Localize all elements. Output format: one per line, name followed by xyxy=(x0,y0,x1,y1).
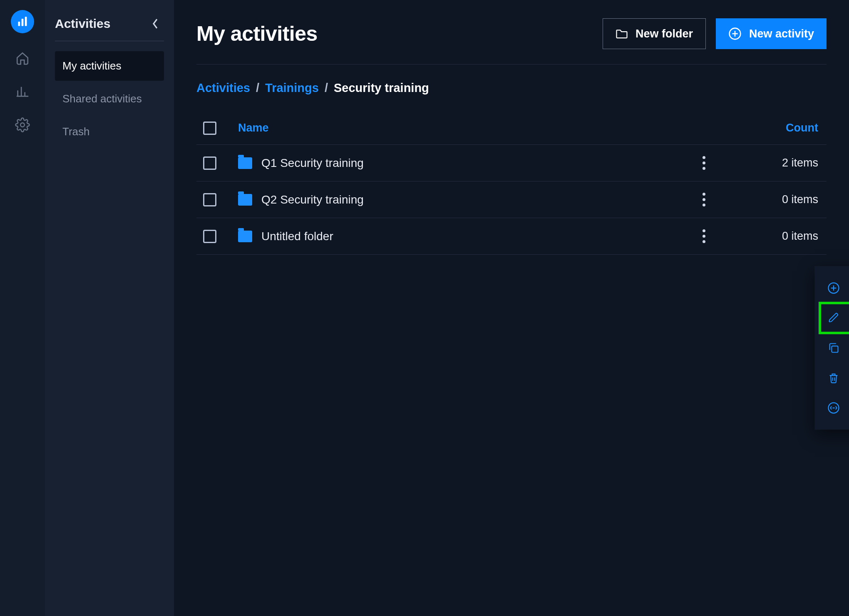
breadcrumb-separator: / xyxy=(325,81,328,95)
column-header-name[interactable]: Name xyxy=(238,122,685,134)
svg-rect-0 xyxy=(18,22,20,26)
table-row[interactable]: Untitled folder 0 items xyxy=(196,218,827,255)
sidebar: Activities My activities Shared activiti… xyxy=(45,0,174,616)
svg-point-3 xyxy=(20,123,25,127)
table-row[interactable]: Q2 Security training 0 items xyxy=(196,181,827,218)
sidebar-item-trash[interactable]: Trash xyxy=(55,117,164,147)
folder-icon xyxy=(238,231,252,242)
sidebar-title: Activities xyxy=(55,17,110,31)
new-folder-button[interactable]: New folder xyxy=(603,18,706,49)
sidebar-header: Activities xyxy=(55,17,164,41)
nav-home[interactable] xyxy=(14,50,31,67)
table-header: Name Count xyxy=(196,112,827,145)
menu-item-convert-to-survey[interactable]: Convert to survey xyxy=(820,393,849,423)
folder-icon xyxy=(238,157,252,169)
row-actions-menu-button[interactable] xyxy=(685,155,722,171)
button-label: New folder xyxy=(636,27,693,40)
folder-name: Q1 Security training xyxy=(261,156,364,170)
row-name-cell[interactable]: Untitled folder xyxy=(238,230,685,243)
sidebar-item-my-activities[interactable]: My activities xyxy=(55,51,164,81)
row-count: 0 items xyxy=(722,230,822,243)
collapse-sidebar-button[interactable] xyxy=(152,19,164,29)
menu-item-delete[interactable]: Delete xyxy=(820,363,849,393)
context-menu: Add activity Rename Duplicate Delete Con… xyxy=(815,266,849,430)
folder-icon xyxy=(616,28,628,39)
bar-chart-icon xyxy=(17,16,28,27)
svg-rect-1 xyxy=(22,19,24,26)
row-checkbox[interactable] xyxy=(203,230,216,243)
sidebar-nav: My activities Shared activities Trash xyxy=(55,51,164,147)
breadcrumb-current: Security training xyxy=(334,81,429,95)
nav-settings[interactable] xyxy=(14,117,31,133)
home-icon xyxy=(15,51,30,65)
sidebar-item-label: My activities xyxy=(62,60,122,72)
plus-circle-icon xyxy=(728,27,742,40)
folder-name: Untitled folder xyxy=(261,230,333,243)
nav-analytics[interactable] xyxy=(14,83,31,100)
row-count: 0 items xyxy=(722,193,822,206)
menu-item-duplicate[interactable]: Duplicate xyxy=(820,333,849,363)
gear-icon xyxy=(15,117,30,132)
svg-rect-2 xyxy=(25,17,27,26)
sidebar-item-label: Trash xyxy=(62,125,90,138)
folder-table: Name Count Q1 Security training 2 items … xyxy=(196,112,827,255)
pencil-icon xyxy=(827,312,841,324)
trash-icon xyxy=(827,372,841,384)
row-checkbox[interactable] xyxy=(203,156,216,170)
icon-rail xyxy=(0,0,45,616)
new-activity-button[interactable]: New activity xyxy=(716,18,827,49)
table-row[interactable]: Q1 Security training 2 items xyxy=(196,145,827,181)
svg-rect-6 xyxy=(832,346,838,352)
breadcrumb-link[interactable]: Trainings xyxy=(265,81,319,95)
main-content: My activities New folder New activity Ac… xyxy=(174,0,849,616)
duplicate-icon xyxy=(827,342,841,354)
analytics-icon xyxy=(15,84,30,99)
breadcrumb-separator: / xyxy=(256,81,259,95)
row-checkbox[interactable] xyxy=(203,193,216,206)
breadcrumb: Activities / Trainings / Security traini… xyxy=(196,65,827,112)
menu-item-rename[interactable]: Rename xyxy=(820,303,849,333)
breadcrumb-link[interactable]: Activities xyxy=(196,81,250,95)
button-label: New activity xyxy=(749,27,814,40)
select-all-checkbox[interactable] xyxy=(203,122,216,135)
header-actions: New folder New activity xyxy=(603,18,827,49)
row-name-cell[interactable]: Q2 Security training xyxy=(238,193,685,206)
convert-icon xyxy=(827,402,841,414)
sidebar-item-shared-activities[interactable]: Shared activities xyxy=(55,84,164,114)
app-logo[interactable] xyxy=(11,10,34,33)
column-header-count[interactable]: Count xyxy=(722,122,822,134)
folder-name: Q2 Security training xyxy=(261,193,364,206)
page-header: My activities New folder New activity xyxy=(196,18,827,65)
chevron-left-icon xyxy=(152,19,158,29)
menu-item-add-activity[interactable]: Add activity xyxy=(820,273,849,303)
row-actions-menu-button[interactable] xyxy=(685,191,722,208)
row-name-cell[interactable]: Q1 Security training xyxy=(238,156,685,170)
row-count: 2 items xyxy=(722,156,822,169)
page-title: My activities xyxy=(196,22,318,46)
row-actions-menu-button[interactable] xyxy=(685,228,722,245)
folder-icon xyxy=(238,194,252,206)
plus-circle-icon xyxy=(827,282,841,294)
sidebar-item-label: Shared activities xyxy=(62,92,142,105)
